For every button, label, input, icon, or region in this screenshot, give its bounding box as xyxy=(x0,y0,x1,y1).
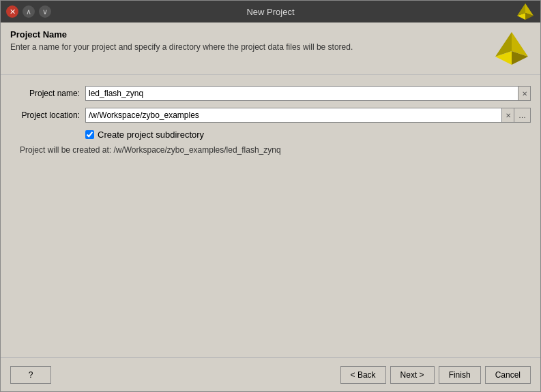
help-button[interactable]: ? xyxy=(10,366,51,384)
project-path-info: Project will be created at: /w/Workspace… xyxy=(20,145,531,155)
project-location-input-wrap: ✕ … xyxy=(85,108,531,123)
project-location-input[interactable] xyxy=(85,108,502,123)
close-button[interactable]: ✕ xyxy=(6,5,18,18)
minimize-button[interactable]: ∧ xyxy=(23,5,35,18)
create-subdirectory-checkbox[interactable] xyxy=(85,130,94,139)
project-name-clear-button[interactable]: ✕ xyxy=(518,86,531,101)
footer-right: < Back Next > Finish Cancel xyxy=(340,366,531,384)
title-bar-controls: ✕ ∧ ∨ xyxy=(6,5,51,18)
project-location-row: Project location: ✕ … xyxy=(10,108,531,123)
content-area: Project Name Enter a name for your proje… xyxy=(1,22,540,357)
project-location-browse-button[interactable]: … xyxy=(514,108,531,123)
project-name-input-wrap: ✕ xyxy=(85,86,531,101)
title-bar-logo xyxy=(516,2,535,21)
project-location-label: Project location: xyxy=(10,110,85,120)
header-description: Enter a name for your project and specif… xyxy=(10,42,486,52)
project-location-clear-button[interactable]: ✕ xyxy=(502,108,514,123)
back-button[interactable]: < Back xyxy=(340,366,386,384)
project-name-row: Project name: ✕ xyxy=(10,86,531,101)
footer-left: ? xyxy=(10,366,51,384)
title-bar: ✕ ∧ ∨ New Project xyxy=(1,1,540,22)
header-logo xyxy=(493,29,531,67)
project-name-input[interactable] xyxy=(85,86,518,101)
window-title: New Project xyxy=(246,7,294,17)
header-title: Project Name xyxy=(10,29,486,40)
form-area: Project name: ✕ Project location: ✕ … Cr… xyxy=(1,75,540,357)
next-button[interactable]: Next > xyxy=(390,366,435,384)
main-window: ✕ ∧ ∨ New Project Project Name Enter a n… xyxy=(0,0,541,392)
project-name-label: Project name: xyxy=(10,89,85,98)
maximize-button[interactable]: ∨ xyxy=(39,5,51,18)
create-subdirectory-row: Create project subdirectory xyxy=(85,130,531,140)
header-text: Project Name Enter a name for your proje… xyxy=(10,29,486,52)
finish-button[interactable]: Finish xyxy=(439,366,481,384)
cancel-button[interactable]: Cancel xyxy=(485,366,531,384)
header-section: Project Name Enter a name for your proje… xyxy=(1,22,540,75)
create-subdirectory-label[interactable]: Create project subdirectory xyxy=(98,130,204,140)
footer: ? < Back Next > Finish Cancel xyxy=(1,357,540,391)
